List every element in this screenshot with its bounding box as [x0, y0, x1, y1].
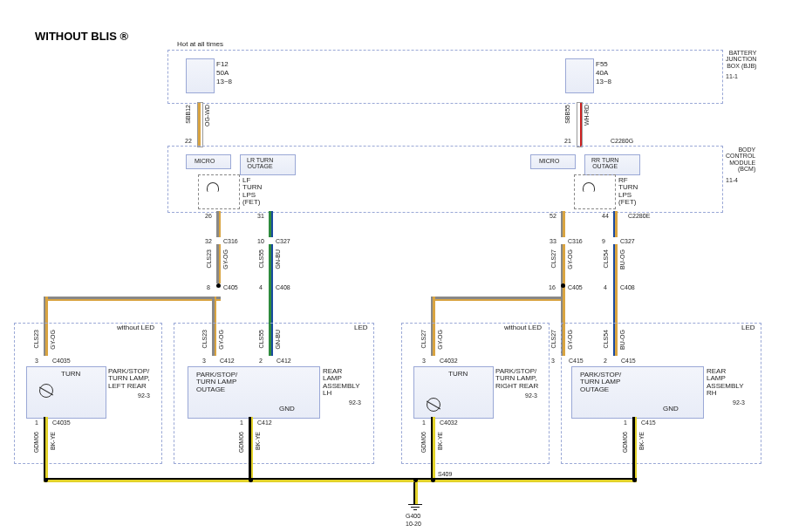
- sbb55-color: WH-RD: [584, 105, 590, 126]
- pin-r2b: 9: [602, 238, 605, 244]
- pin-l1b: 32: [205, 238, 212, 244]
- pin-r2: 44: [602, 213, 609, 219]
- sbb55-code: SBB55: [564, 105, 570, 124]
- bjb-ref: 11-1: [726, 73, 738, 79]
- bcm-micro-l-t: MICRO: [195, 158, 215, 164]
- rr-gwire: GDM06: [622, 432, 628, 453]
- rl-top-pin: 3: [422, 358, 426, 364]
- lr-in1-wire: CLS23: [201, 330, 208, 348]
- cls27-code: CLS27: [550, 249, 556, 268]
- lr-bot-conn: C412: [257, 419, 272, 426]
- lr-outage: PARK/STOP/ TURN LAMP OUTAGE: [196, 372, 237, 393]
- rr-bot-conn: C415: [641, 419, 656, 426]
- node-g1: [44, 478, 48, 482]
- rr-gcol: BK-YE: [638, 432, 645, 450]
- fuse-f12: [186, 58, 215, 93]
- rr-name: REAR LAMP ASSEMBLY RH: [707, 368, 744, 398]
- bcm-label: BODY CONTROL MODULE (BCM): [726, 147, 755, 172]
- fuse-f12-id: F12: [216, 61, 229, 68]
- bjb-box: [167, 50, 723, 104]
- fet-icon-l: [207, 182, 219, 192]
- lr-in1-pin: 3: [202, 358, 206, 364]
- cls23-col: GY-OG: [222, 249, 229, 269]
- conn-c2280g: C2280G: [611, 138, 633, 144]
- rl-gwire: GDM06: [420, 432, 427, 453]
- h-gyog-l: [44, 297, 221, 301]
- lr-in2-pin: 2: [259, 358, 263, 364]
- pin-r1b: 33: [550, 238, 556, 244]
- rr-in1-pin: 3: [551, 358, 555, 364]
- wire-cls55-b: [269, 244, 273, 283]
- rl-bot-conn: C4032: [440, 419, 458, 426]
- node-r1: [561, 283, 565, 288]
- lr-in1-conn: C412: [220, 358, 235, 364]
- lr-gnd-wire: [249, 417, 253, 478]
- pin-l2: 31: [257, 213, 264, 219]
- group-rr-t: LED: [741, 324, 755, 331]
- pin-l2b: 10: [257, 238, 264, 244]
- lr-bot-pin: 1: [240, 419, 243, 426]
- ll-name: PARK/STOP/ TURN LAMP, LEFT REAR: [108, 368, 149, 390]
- pin-d-l2: 4: [259, 284, 263, 290]
- rl-top-conn: C4032: [440, 358, 458, 364]
- ll-gwire: GDM06: [33, 432, 39, 453]
- rr-in1-wire: CLS27: [550, 330, 556, 348]
- lr-in1-col: GY-OG: [218, 330, 224, 350]
- lr-in1-w: [212, 324, 216, 356]
- rr-gnd: GND: [663, 406, 679, 413]
- rl-color: GY-OG: [437, 330, 443, 350]
- page-title: WITHOUT BLIS ®: [35, 30, 128, 43]
- fuse-f12-loc: 13~8: [216, 78, 232, 85]
- wire-cls23-a: [216, 211, 221, 237]
- conn-c2280e: C2280E: [628, 213, 650, 219]
- node-g2: [249, 478, 253, 482]
- pin-l1: 26: [205, 213, 212, 219]
- bcm-micro-r-t: MICRO: [539, 158, 559, 164]
- rr-in1-col: GY-OG: [567, 330, 573, 350]
- pin-d-r2: 4: [604, 284, 607, 290]
- cls54-col: BU-OG: [619, 249, 625, 269]
- node-g4: [431, 478, 435, 482]
- fuse-f55-id: F55: [596, 61, 608, 68]
- pin-bjb-r: 21: [564, 138, 571, 144]
- rr-in2-conn: C415: [621, 358, 636, 364]
- bjb-label: BATTERY JUNCTION BOX (BJB): [726, 50, 756, 69]
- ll-bot-pin: 1: [35, 419, 38, 426]
- rr-in2-pin: 2: [604, 358, 607, 364]
- wire-cls55-a: [269, 211, 273, 237]
- bcm-outage-r-t: RR TURN OUTAGE: [591, 157, 618, 170]
- lr-gcol: BK-YE: [255, 432, 261, 450]
- wire-cls54-a: [613, 211, 618, 237]
- wire-cls27-b: [561, 244, 565, 283]
- ground-loc: 10-20: [406, 521, 421, 527]
- conn-d-r2: C408: [620, 284, 635, 290]
- group-ll-t: without LED: [117, 324, 154, 331]
- rr-outage: PARK/STOP/ TURN LAMP OUTAGE: [580, 372, 621, 393]
- ll-color: GY-OG: [50, 330, 56, 350]
- conn-l2b: C327: [276, 238, 290, 244]
- lr-in2-wire: CLS55: [258, 330, 264, 348]
- wire-cls54-b: [613, 244, 618, 283]
- lr-in2-col: GN-BU: [275, 330, 281, 350]
- rl-name: PARK/STOP/ TURN LAMP, RIGHT REAR: [495, 368, 538, 390]
- cls54-code: CLS54: [603, 249, 609, 268]
- bcm-fet-r: [574, 174, 616, 209]
- bcm-outage-l-t: LR TURN OUTAGE: [247, 157, 273, 170]
- fet-icon-r: [583, 182, 595, 192]
- fuse-f12-amp: 50A: [216, 70, 229, 77]
- pin-bjb-l: 22: [185, 138, 192, 144]
- cls55-code: CLS55: [258, 249, 264, 268]
- h-gyog-r: [431, 297, 565, 301]
- lr-name: REAR LAMP ASSEMBLY LH: [323, 368, 360, 398]
- cls27-col: GY-OG: [567, 249, 573, 269]
- rr-in1-conn: C415: [569, 358, 584, 364]
- rl-gnd-wire: [431, 417, 435, 478]
- conn-d-l1: C405: [223, 284, 238, 290]
- node-g5: [632, 478, 637, 482]
- lr-gwire: GDM06: [238, 432, 244, 453]
- gnd-bus: [44, 478, 637, 482]
- rr-in2-wire: CLS54: [603, 330, 609, 348]
- rl-bot-pin: 1: [422, 419, 426, 426]
- ll-gcol: BK-YE: [50, 432, 56, 450]
- group-rl-t: without LED: [504, 324, 542, 331]
